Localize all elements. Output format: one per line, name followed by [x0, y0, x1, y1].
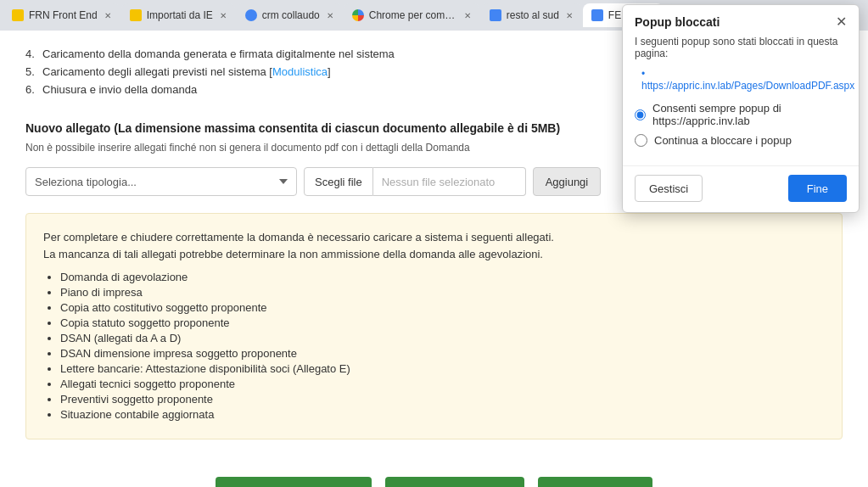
- popup-overlay: Popup bloccati ✕ I seguenti popup sono s…: [0, 0, 868, 487]
- popup-footer: Gestisci Fine: [623, 165, 859, 212]
- fine-button[interactable]: Fine: [788, 175, 847, 202]
- gestisci-button[interactable]: Gestisci: [635, 175, 703, 202]
- popup-bloccati: Popup bloccati ✕ I seguenti popup sono s…: [622, 4, 860, 213]
- radio-consenti-label: Consenti sempre popup di https://appric.…: [652, 102, 847, 127]
- radio-option-1[interactable]: Consenti sempre popup di https://appric.…: [635, 102, 847, 127]
- popup-subtitle: I seguenti popup sono stati bloccati in …: [635, 36, 847, 59]
- radio-option-2[interactable]: Continua a bloccare i popup: [635, 134, 847, 147]
- popup-blocked-link[interactable]: https://appric.inv.lab/Pages/DownloadPDF…: [635, 68, 847, 92]
- radio-blocca-label: Continua a bloccare i popup: [654, 134, 792, 147]
- popup-title: Popup bloccati: [635, 15, 720, 29]
- popup-body: I seguenti popup sono stati bloccati in …: [623, 36, 859, 165]
- radio-blocca[interactable]: [635, 134, 647, 147]
- popup-close-button[interactable]: ✕: [836, 15, 847, 29]
- popup-header: Popup bloccati ✕: [623, 5, 859, 36]
- radio-consenti[interactable]: [635, 109, 646, 121]
